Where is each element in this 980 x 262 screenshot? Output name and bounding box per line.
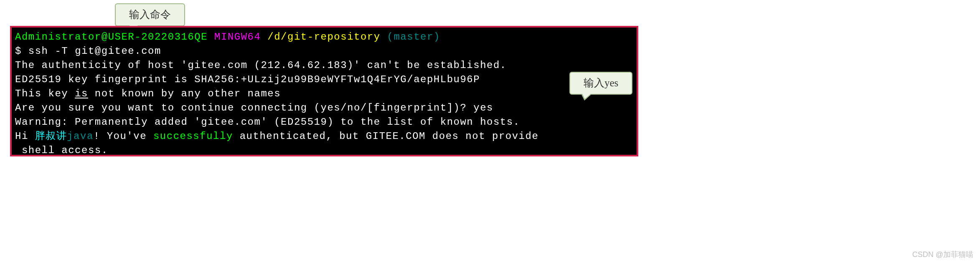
callout-label: 输入yes <box>584 77 618 88</box>
terminal-output-line: Hi 胖叔讲java! You've successfully authenti… <box>15 129 633 144</box>
terminal-output-line: This key is not known by any other names <box>15 87 633 101</box>
prompt-user-host: Administrator@USER-20220316QE <box>15 31 208 43</box>
terminal-output-line: Warning: Permanently added 'gitee.com' (… <box>15 115 633 129</box>
terminal-command-line: $ ssh -T git@gitee.com <box>15 44 633 58</box>
prompt-path: /d/git-repository <box>267 31 380 43</box>
terminal-output-line: shell access. <box>15 144 633 158</box>
terminal-output-line: ED25519 key fingerprint is SHA256:+ULzij… <box>15 73 633 87</box>
terminal-window[interactable]: Administrator@USER-20220316QE MINGW64 /d… <box>10 26 638 156</box>
command-text: ssh -T git@gitee.com <box>28 45 161 57</box>
username-cn: 胖叔讲 <box>35 131 67 142</box>
prompt-env: MINGW64 <box>214 31 261 43</box>
terminal-prompt-line: Administrator@USER-20220316QE MINGW64 /d… <box>15 30 633 44</box>
callout-input-command: 输入命令 <box>115 3 185 26</box>
callout-input-yes: 输入yes <box>569 72 632 95</box>
speech-tail-icon <box>581 94 592 101</box>
success-word: successfully <box>153 131 233 142</box>
watermark: CSDN @加菲猫喵 <box>912 249 973 259</box>
prompt-symbol: $ <box>15 45 28 57</box>
terminal-output-line: The authenticity of host 'gitee.com (212… <box>15 58 633 73</box>
username-en: java <box>67 131 94 142</box>
terminal-output-line: Are you sure you want to continue connec… <box>15 101 633 115</box>
callout-label: 输入命令 <box>129 9 171 20</box>
prompt-branch: (master) <box>387 31 440 43</box>
